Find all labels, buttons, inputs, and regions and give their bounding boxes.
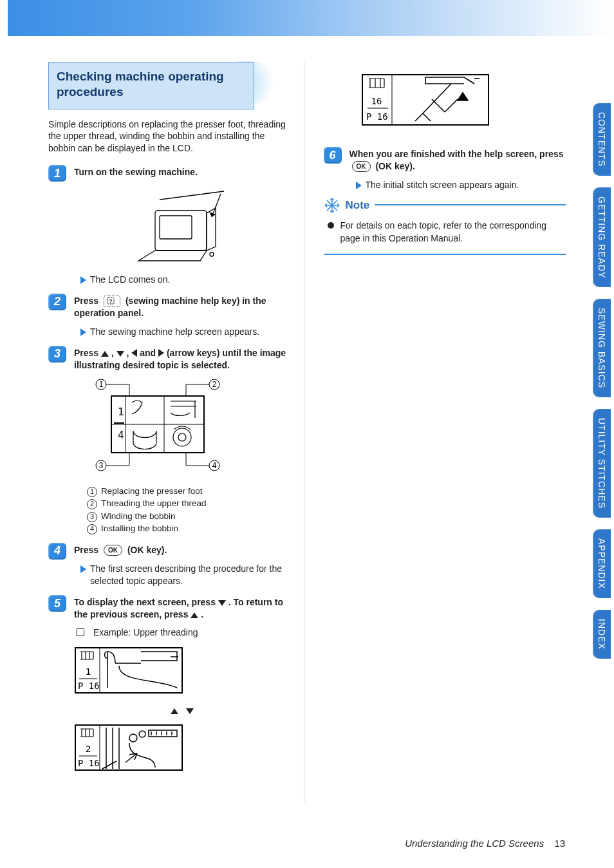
step-number-badge: 5 bbox=[48, 595, 66, 612]
svg-rect-32 bbox=[149, 730, 177, 737]
step-2-result: The sewing machine help screen appears. bbox=[80, 326, 291, 338]
step-4: 4 Press OK (OK key). The first screen de… bbox=[48, 544, 291, 587]
arrow-down-icon bbox=[116, 351, 124, 357]
help-key-icon: ? bbox=[104, 296, 120, 307]
step-4-title: Press OK (OK key). bbox=[74, 544, 291, 557]
arrow-left-icon bbox=[131, 349, 137, 357]
step-4-result-text: The first screen describing the procedur… bbox=[90, 563, 291, 587]
help-topic-lcd: 1 2 3 4 1 4 bbox=[74, 377, 241, 473]
intro-paragraph: Simple descriptions on replacing the pre… bbox=[48, 118, 291, 155]
section-heading-box: Checking machine operating procedures bbox=[48, 62, 254, 109]
svg-point-20 bbox=[178, 433, 186, 441]
arrow-up-icon bbox=[171, 708, 178, 714]
lcd2-page: P 16 bbox=[78, 758, 100, 768]
legend-num-1: 1 bbox=[87, 487, 97, 497]
result-arrow-icon bbox=[356, 182, 362, 189]
arrow-up-icon bbox=[101, 351, 109, 357]
step-5-title: To display the next screen, press . To r… bbox=[74, 596, 291, 621]
lcd1-page: P 16 bbox=[78, 681, 100, 691]
lcd3-page: P 16 bbox=[366, 111, 388, 122]
step-1-result-text: The LCD comes on. bbox=[90, 274, 171, 286]
step-number-badge: 4 bbox=[48, 543, 66, 560]
lcd1-num: 1 bbox=[86, 666, 91, 677]
example-lcd-2: 2 P 16 bbox=[74, 724, 183, 771]
tab-contents[interactable]: CONTENTS bbox=[593, 103, 611, 176]
step-2-title: Press ? (sewing machine help key) in the… bbox=[74, 295, 291, 319]
side-tabs: CONTENTS GETTING READY SEWING BASICS UTI… bbox=[585, 103, 611, 659]
tab-index[interactable]: INDEX bbox=[593, 610, 611, 659]
example-label-row: Example: Upper threading bbox=[77, 627, 291, 637]
note-header: Note bbox=[324, 197, 375, 214]
left-column: Checking machine operating procedures Si… bbox=[48, 62, 304, 802]
step-2-result-text: The sewing machine help screen appears. bbox=[90, 326, 259, 338]
note-text: For details on each topic, refer to the … bbox=[340, 220, 566, 245]
right-column: 16 P 16 6 When you are finished with the… bbox=[311, 62, 566, 802]
arrow-down-icon bbox=[218, 600, 226, 606]
tab-utility-stitches[interactable]: UTILITY STITCHES bbox=[593, 409, 611, 518]
result-arrow-icon bbox=[80, 276, 86, 284]
topic-legend: 1Replacing the presser foot 2Threading t… bbox=[87, 485, 291, 535]
section-title: Checking machine operating procedures bbox=[57, 69, 239, 100]
tab-getting-ready[interactable]: GETTING READY bbox=[593, 187, 611, 287]
note-label: Note bbox=[346, 199, 370, 212]
step-6-result-text: The initial stitch screen appears again. bbox=[366, 179, 519, 191]
step-6-title: When you are finished with the help scre… bbox=[349, 148, 566, 173]
bullet-icon bbox=[328, 222, 334, 229]
arrow-up-icon bbox=[191, 612, 198, 618]
svg-text:4: 4 bbox=[212, 461, 217, 470]
result-arrow-icon bbox=[80, 328, 86, 336]
svg-text:2: 2 bbox=[212, 380, 217, 389]
step-3: 3 Press , , and (arrow keys) until the i… bbox=[48, 347, 291, 535]
column-divider bbox=[304, 62, 304, 802]
page-footer: Understanding the LCD Screens 13 bbox=[405, 838, 565, 849]
example-lcd-final: 16 P 16 bbox=[361, 73, 490, 126]
help-page-num: 1 bbox=[118, 406, 124, 418]
step-6: 6 When you are finished with the help sc… bbox=[324, 148, 566, 191]
result-arrow-icon bbox=[80, 565, 86, 573]
example-label: Example: Upper threading bbox=[93, 627, 198, 637]
step-2: 2 Press ? (sewing machine help key) in t… bbox=[48, 295, 291, 338]
svg-rect-1 bbox=[160, 216, 192, 239]
arrow-down-icon bbox=[186, 708, 194, 714]
svg-text:1: 1 bbox=[99, 380, 104, 389]
example-box-icon bbox=[77, 628, 84, 636]
step-5: 5 To display the next screen, press . To… bbox=[48, 596, 291, 779]
page-header-bar bbox=[0, 0, 614, 36]
svg-text:3: 3 bbox=[99, 461, 104, 470]
ok-key-icon: OK bbox=[352, 161, 371, 173]
step-number-badge: 1 bbox=[48, 165, 66, 182]
step-number-badge: 6 bbox=[324, 147, 342, 164]
ok-key-icon: OK bbox=[104, 545, 122, 556]
lcd2-num: 2 bbox=[86, 744, 91, 754]
step-3-title: Press , , and (arrow keys) until the ima… bbox=[74, 347, 291, 372]
screen-nav-arrows bbox=[74, 704, 291, 716]
legend-num-4: 4 bbox=[87, 524, 97, 534]
step-number-badge: 3 bbox=[48, 346, 66, 363]
tab-sewing-basics[interactable]: SEWING BASICS bbox=[593, 299, 611, 397]
example-lcd-1: 1 P 16 bbox=[74, 646, 183, 694]
legend-num-2: 2 bbox=[87, 499, 97, 509]
note-body: For details on each topic, refer to the … bbox=[324, 220, 566, 245]
footer-section: Understanding the LCD Screens bbox=[405, 838, 544, 849]
step-1-title: Turn on the sewing machine. bbox=[74, 166, 291, 178]
legend-num-3: 3 bbox=[87, 512, 97, 522]
svg-point-30 bbox=[129, 734, 137, 742]
step-1-result: The LCD comes on. bbox=[80, 274, 291, 286]
arrow-right-icon bbox=[158, 349, 164, 357]
svg-point-2 bbox=[210, 252, 214, 256]
step-number-badge: 2 bbox=[48, 294, 66, 310]
page-number: 13 bbox=[554, 838, 565, 849]
step-6-result: The initial stitch screen appears again. bbox=[356, 179, 566, 191]
svg-text:4: 4 bbox=[118, 429, 124, 441]
svg-point-31 bbox=[139, 731, 145, 737]
svg-text:?: ? bbox=[109, 298, 113, 304]
sewing-machine-illustration bbox=[124, 184, 240, 267]
step-4-result: The first screen describing the procedur… bbox=[80, 563, 291, 587]
step-1: 1 Turn on the sewing machine. The LCD co… bbox=[48, 166, 291, 286]
tab-appendix[interactable]: APPENDIX bbox=[593, 529, 611, 598]
svg-point-19 bbox=[173, 428, 191, 446]
snowflake-icon bbox=[324, 197, 340, 214]
svg-rect-0 bbox=[155, 211, 207, 250]
note-box: Note For details on each topic, refer to… bbox=[324, 204, 566, 255]
lcd3-num: 16 bbox=[371, 96, 382, 106]
